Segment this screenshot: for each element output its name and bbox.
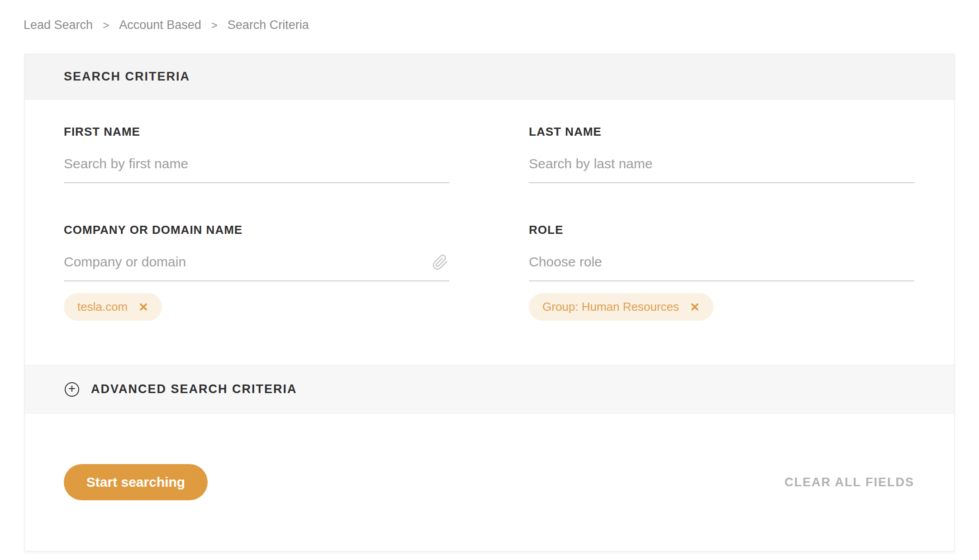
remove-tag-icon[interactable]: ✕ [138, 301, 148, 313]
start-searching-button[interactable]: Start searching [64, 464, 208, 500]
remove-tag-icon[interactable]: ✕ [690, 301, 700, 313]
last-name-label: LAST NAME [529, 125, 914, 139]
search-criteria-card: SEARCH CRITERIA FIRST NAME LAST NAME COM… [24, 54, 955, 551]
tag-role-group: Group: Human Resources ✕ [529, 293, 713, 321]
first-name-label: FIRST NAME [64, 125, 449, 139]
tag-tesla: tesla.com ✕ [64, 293, 162, 321]
breadcrumb-search-criteria: Search Criteria [228, 18, 309, 32]
company-label: COMPANY OR DOMAIN NAME [64, 223, 449, 237]
breadcrumb-separator-icon: > [211, 19, 218, 32]
role-tags: Group: Human Resources ✕ [529, 293, 914, 321]
field-first-name: FIRST NAME [64, 125, 449, 183]
advanced-search-label: ADVANCED SEARCH CRITERIA [91, 382, 297, 396]
breadcrumb-account-based[interactable]: Account Based [119, 18, 201, 32]
plus-circle-icon: + [65, 382, 79, 397]
card-header: SEARCH CRITERIA [25, 54, 954, 100]
role-label: ROLE [529, 223, 914, 237]
last-name-input[interactable] [529, 156, 914, 183]
breadcrumb-separator-icon: > [103, 19, 109, 32]
page-title: SEARCH CRITERIA [64, 70, 190, 84]
first-name-input[interactable] [64, 156, 449, 183]
advanced-search-toggle[interactable]: + ADVANCED SEARCH CRITERIA [25, 365, 954, 413]
breadcrumb-lead-search[interactable]: Lead Search [24, 18, 93, 32]
role-input[interactable] [529, 254, 914, 281]
company-tags: tesla.com ✕ [64, 293, 449, 321]
clear-all-fields-button[interactable]: CLEAR ALL FIELDS [784, 475, 914, 489]
field-company: COMPANY OR DOMAIN NAME tesla.com ✕ [64, 223, 449, 321]
field-last-name: LAST NAME [529, 125, 914, 183]
breadcrumb: Lead Search > Account Based > Search Cri… [0, 0, 979, 32]
field-role: ROLE Group: Human Resources ✕ [529, 223, 914, 321]
paperclip-icon[interactable] [432, 254, 448, 271]
card-footer: Start searching CLEAR ALL FIELDS [25, 413, 954, 551]
company-input[interactable] [64, 254, 449, 281]
tag-label: tesla.com [77, 300, 128, 314]
search-fields: FIRST NAME LAST NAME COMPANY OR DOMAIN N… [25, 100, 954, 365]
tag-label: Group: Human Resources [542, 300, 679, 314]
